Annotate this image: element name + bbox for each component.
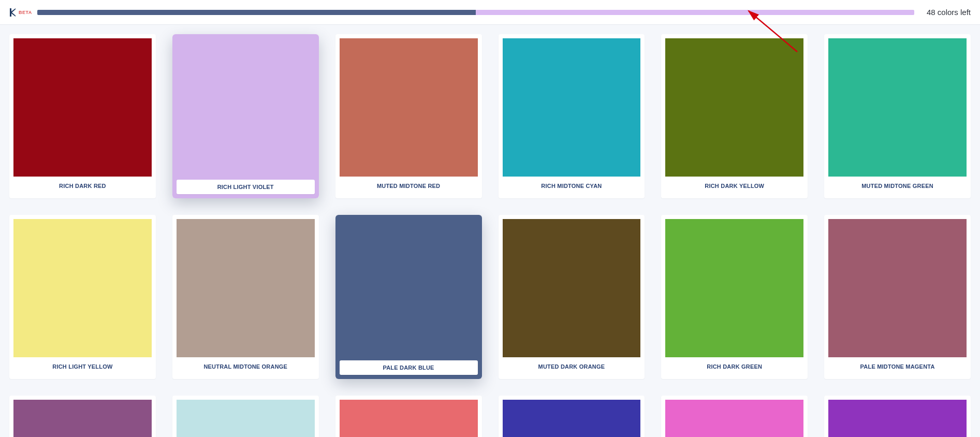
color-swatch [665, 38, 803, 177]
color-swatch [828, 219, 967, 357]
color-card[interactable] [335, 396, 482, 437]
color-swatch [665, 400, 803, 437]
color-swatch [340, 400, 478, 437]
color-swatch [13, 400, 152, 437]
main-scroll[interactable]: RICH DARK REDRICH LIGHT VIOLETMUTED MIDT… [0, 25, 980, 437]
color-label: MUTED DARK ORANGE [503, 357, 641, 377]
color-card[interactable]: PALE DARK BLUE [335, 215, 482, 379]
progress-bar [37, 10, 914, 15]
color-label: RICH MIDTONE CYAN [503, 177, 641, 196]
header: BETA 48 colors left [0, 0, 980, 25]
color-label: MUTED MIDTONE RED [340, 177, 478, 196]
color-label: NEUTRAL MIDTONE ORANGE [177, 357, 315, 377]
color-card[interactable]: RICH DARK YELLOW [661, 34, 808, 198]
color-swatch [177, 400, 315, 437]
beta-badge: BETA [19, 10, 32, 15]
color-card[interactable]: MUTED MIDTONE RED [335, 34, 482, 198]
color-card[interactable] [172, 396, 319, 437]
color-label: PALE MIDTONE MAGENTA [828, 357, 967, 377]
color-swatch [503, 38, 641, 177]
logo-icon [9, 8, 17, 17]
color-card[interactable]: MUTED MIDTONE GREEN [824, 34, 971, 198]
progress-remaining [476, 10, 914, 15]
color-swatch [503, 400, 641, 437]
color-card[interactable]: NEUTRAL MIDTONE ORANGE [172, 215, 319, 379]
color-swatch [828, 400, 967, 437]
color-label: PALE DARK BLUE [340, 360, 478, 375]
logo[interactable]: BETA [9, 8, 32, 17]
color-swatch [177, 219, 315, 357]
colors-left-label: 48 colors left [919, 8, 971, 17]
color-card[interactable] [9, 396, 156, 437]
color-card[interactable] [661, 396, 808, 437]
color-label: RICH LIGHT YELLOW [13, 357, 152, 377]
color-card[interactable] [824, 396, 971, 437]
color-label: RICH DARK YELLOW [665, 177, 803, 196]
color-card[interactable]: RICH LIGHT VIOLET [172, 34, 319, 198]
color-swatch [665, 219, 803, 357]
color-swatch [503, 219, 641, 357]
color-swatch [828, 38, 967, 177]
color-label: RICH LIGHT VIOLET [177, 180, 315, 194]
color-swatch [172, 34, 319, 198]
color-grid: RICH DARK REDRICH LIGHT VIOLETMUTED MIDT… [0, 25, 980, 437]
color-swatch [13, 219, 152, 357]
progress-complete [37, 10, 476, 15]
color-card[interactable] [499, 396, 645, 437]
color-label: MUTED MIDTONE GREEN [828, 177, 967, 196]
color-card[interactable]: RICH DARK GREEN [661, 215, 808, 379]
color-card[interactable]: RICH LIGHT YELLOW [9, 215, 156, 379]
color-card[interactable]: RICH MIDTONE CYAN [499, 34, 645, 198]
color-swatch [340, 38, 478, 177]
color-swatch [335, 215, 482, 379]
color-card[interactable]: PALE MIDTONE MAGENTA [824, 215, 971, 379]
color-label: RICH DARK RED [13, 177, 152, 196]
color-swatch [13, 38, 152, 177]
color-card[interactable]: MUTED DARK ORANGE [499, 215, 645, 379]
color-card[interactable]: RICH DARK RED [9, 34, 156, 198]
color-label: RICH DARK GREEN [665, 357, 803, 377]
